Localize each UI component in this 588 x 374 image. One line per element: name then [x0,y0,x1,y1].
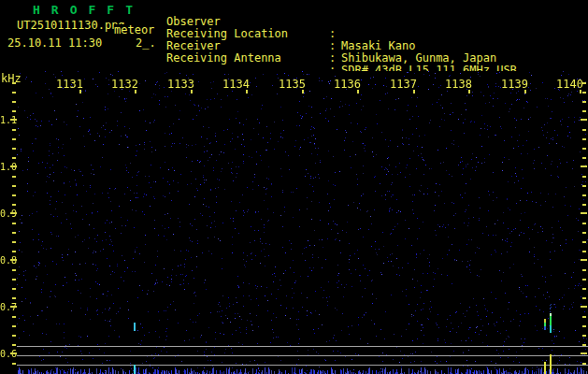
info-row-antenna: Receiving Antenna : 4ele Yagi Az 230 for… [0,40,588,52]
axis-tick [468,90,470,94]
freq-unit-label: kHz [1,73,22,85]
axis-tick [12,204,16,206]
axis-tick [12,279,16,280]
axis-tick [357,90,359,94]
axis-tick [581,352,587,354]
axis-tick [191,90,193,94]
axis-tick [12,82,16,84]
axis-tick [581,212,587,214]
axis-tick [582,82,586,84]
axis-tick [302,90,304,94]
axis-tick [12,138,16,140]
info-row-location: Receiving Location : Shibukawa, Gunma, J… [0,16,588,28]
axis-tick [12,129,16,131]
axis-tick [582,148,586,150]
axis-tick [582,363,586,365]
axis-tick [582,138,586,140]
axis-tick [12,297,16,299]
axis-tick [582,297,586,299]
axis-tick [582,279,586,280]
axis-tick [12,269,16,271]
axis-tick [12,241,16,243]
axis-tick [12,148,16,150]
axis-tick [12,363,16,365]
axis-tick [12,344,16,346]
axis-tick [246,90,248,94]
axis-tick [12,92,16,94]
axis-tick [12,251,16,252]
axis-tick [10,352,17,354]
info-row-observer: Observer : Masaki Kano [0,4,588,16]
axis-tick [12,185,16,187]
axis-tick [12,288,16,290]
axis-tick [10,165,17,167]
axis-tick [524,90,526,94]
axis-tick [582,194,586,196]
axis-tick [12,101,16,103]
spectrogram-canvas [17,71,588,374]
axis-tick [10,259,17,261]
axis-tick [10,306,17,308]
axis-tick [582,288,586,290]
axis-tick [582,232,586,234]
axis-tick [582,101,586,103]
axis-tick [582,335,586,337]
axis-tick [12,157,16,159]
axis-tick [582,325,586,327]
axis-tick [12,325,16,327]
axis-tick [582,185,586,187]
axis-tick [581,119,587,121]
axis-tick [581,306,587,308]
hrofft-screen: { "app": { "title": "HROFFT" }, "header"… [0,0,588,374]
axis-tick [12,110,16,112]
info-label: Receiving Antenna [166,52,281,65]
axis-tick [581,165,587,167]
axis-tick [12,194,16,196]
axis-tick [580,90,581,94]
axis-tick [413,90,415,94]
axis-tick [582,157,586,159]
axis-tick [582,129,586,131]
axis-tick [582,316,586,318]
axis-tick [12,223,16,224]
axis-tick [12,176,16,178]
axis-tick [581,259,587,261]
axis-tick [582,204,586,206]
axis-tick [582,223,586,224]
axis-tick [12,335,16,337]
axis-tick [135,90,136,94]
axis-tick [582,344,586,346]
axis-tick [12,316,16,318]
axis-tick [582,269,586,271]
axis-tick [582,241,586,243]
axis-tick [582,110,586,112]
axis-tick [79,90,81,94]
axis-tick [582,92,586,94]
info-row-receiver: Receiver : SDR# 43dB L15 111.6MHz USB [0,28,588,40]
axis-tick [582,251,586,252]
axis-tick [10,119,17,121]
axis-tick [582,176,586,178]
axis-tick [12,232,16,234]
axis-tick [10,212,17,214]
